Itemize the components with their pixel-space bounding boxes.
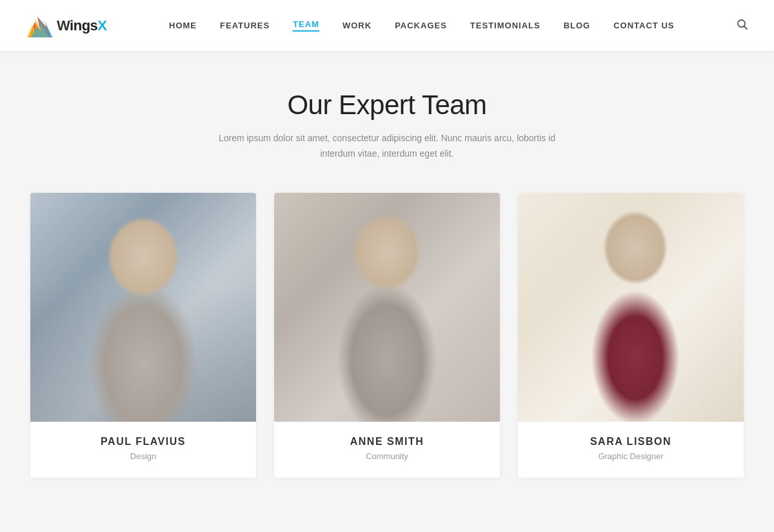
nav-item-blog[interactable]: BLOG [564,21,591,30]
main-content: Our Expert Team Lorem ipsum dolor sit am… [0,51,774,529]
team-grid: PAUL FLAVIUSDesignANNE SMITHCommunitySAR… [26,193,748,478]
nav-item-work[interactable]: WORK [342,21,372,30]
member-role: Graphic Designer [531,451,731,461]
team-card: SARA LISBONGraphic Designer [518,193,744,478]
member-info: PAUL FLAVIUSDesign [30,422,256,478]
member-info: ANNE SMITHCommunity [274,422,500,478]
section-title: Our Expert Team [26,90,748,121]
logo-icon [26,12,54,40]
member-role: Design [43,451,243,461]
team-card: PAUL FLAVIUSDesign [30,193,256,478]
team-card: ANNE SMITHCommunity [274,193,500,478]
member-portrait [30,193,256,422]
main-nav: HOMEFEATURESTEAMWORKPACKAGESTESTIMONIALS… [169,19,674,32]
section-header: Our Expert Team Lorem ipsum dolor sit am… [26,90,748,162]
member-portrait [274,193,500,422]
nav-item-home[interactable]: HOME [169,21,197,30]
member-name: PAUL FLAVIUS [43,436,243,448]
nav-item-packages[interactable]: PACKAGES [395,21,447,30]
member-name: ANNE SMITH [287,436,487,448]
member-role: Community [287,451,487,461]
header: WingsX HOMEFEATURESTEAMWORKPACKAGESTESTI… [0,0,774,51]
search-icon[interactable] [737,19,748,33]
nav-item-features[interactable]: FEATURES [220,21,270,30]
logo[interactable]: WingsX [26,12,107,40]
nav-item-testimonials[interactable]: TESTIMONIALS [470,21,541,30]
nav-item-contact[interactable]: CONTACT US [613,21,674,30]
member-portrait [518,193,744,422]
nav-item-team[interactable]: TEAM [293,19,319,32]
member-name: SARA LISBON [531,436,731,448]
logo-text: WingsX [57,17,107,34]
section-description: Lorem ipsum dolor sit amet, consectetur … [206,131,568,162]
member-info: SARA LISBONGraphic Designer [518,422,744,478]
svg-line-4 [744,26,747,29]
